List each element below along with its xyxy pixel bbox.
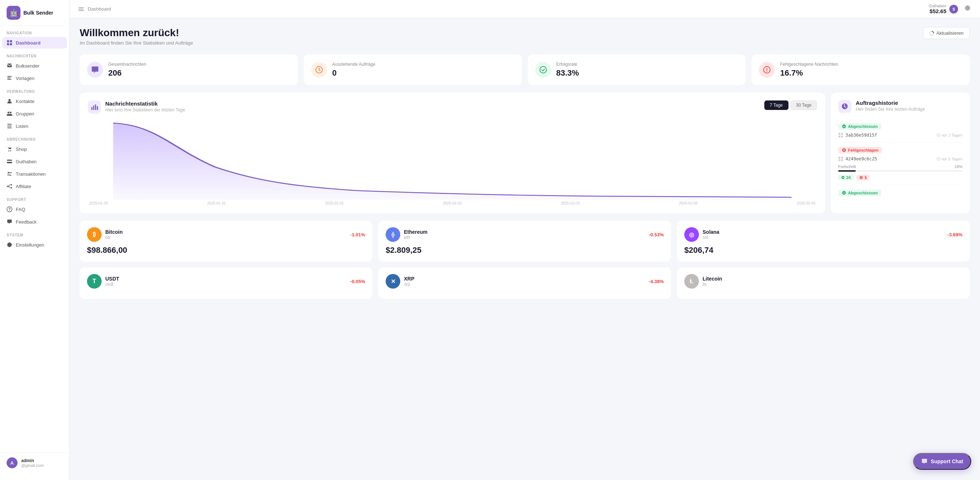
stat-info-messages: Gesamtnachrichten 206 [108,62,146,78]
sidebar-item-shop[interactable]: Shop [2,143,67,155]
order-progress-bar-1 [838,170,963,172]
sidebar: 🤖 Bulk Sender NAVIGATION Dashboard NACHR… [0,0,70,480]
chart-tab-7[interactable]: 7 Tage [764,100,789,110]
svg-point-18 [11,184,12,185]
order-count-fail: 5 [856,174,870,181]
btc-icon: ₿ [87,227,102,242]
stat-value-messages: 206 [108,68,146,78]
sol-change: -3.69% [947,232,963,238]
success-check-icon-2 [842,191,846,195]
svg-rect-3 [10,43,12,45]
stat-label-messages: Gesamtnachrichten [108,62,146,67]
orders-card: Auftragshistorie Hier finden Sie Ihre le… [831,92,970,213]
sidebar-item-listen[interactable]: Listen [2,120,67,132]
stat-info-success: Erfolgsrate 83.3% [556,62,579,78]
crypto-card-xrp: ✕ XRP xrp -4.38% [378,268,671,299]
chart-tab-30[interactable]: 30 Tage [791,100,817,110]
failed-icon: ! [763,66,771,74]
sidebar-item-faq[interactable]: ? FAQ [2,203,67,215]
order-progress-fill-1 [838,170,856,172]
success-check-icon [842,124,846,128]
svg-point-13 [8,150,10,152]
order-item-0: Abgeschlossen 3ab36e59d15f vor 2 Tagen [838,119,963,143]
sidebar-item-gruppen[interactable]: Gruppen [2,108,67,119]
svg-rect-32 [97,106,98,110]
verwaltung-section-label: VERWALTUNG [6,89,62,93]
sidebar-item-bulksender[interactable]: Bulksender [2,60,67,71]
balance-label: Guthaben [929,4,947,8]
time-icon-0 [937,133,940,137]
feedback-label: Feedback [16,219,37,225]
nachrichten-section-label: NACHRICHTEN [6,54,62,58]
settings-icon[interactable] [964,5,971,14]
feedback-icon [6,219,13,225]
svg-rect-30 [93,106,94,110]
order-item-2: Abgeschlossen [838,185,963,203]
support-section: SUPPORT [0,193,69,203]
stat-info-pending: Ausstehende Aufträge 0 [332,62,375,78]
crypto-grid-2: T USDT usdt -0.05% ✕ XRP xrp -4.38% [80,268,970,299]
failed-x-icon [842,148,846,152]
kontakte-label: Kontakte [16,99,34,104]
sidebar-item-affiliate[interactable]: Affiliate [2,181,67,192]
gruppen-label: Gruppen [16,111,34,117]
sidebar-item-guthaben[interactable]: Guthaben [2,155,67,167]
abrechnung-section-label: ABRECHNUNG [6,137,62,141]
welcome-title: Willkommen zurück! [80,27,193,39]
order-progress-label-1: Fortschritt 14% [838,165,963,169]
user-avatar: A [6,457,18,468]
svg-point-8 [8,112,10,114]
svg-rect-23 [79,9,84,10]
support-chat-button[interactable]: Support Chat [913,453,971,470]
breadcrumb: Dashboard [88,6,111,12]
bulksender-label: Bulksender [16,63,40,69]
stat-card-messages: Gesamtnachrichten 206 [80,54,298,85]
svg-rect-36 [838,136,840,137]
main: Dashboard Guthaben $52.65 $ Willkommen z… [70,0,980,480]
svg-point-26 [540,67,546,73]
svg-rect-31 [95,105,96,110]
svg-rect-35 [841,133,843,135]
eth-change: -0.53% [649,232,664,238]
pending-icon [315,66,323,74]
refresh-button[interactable]: Aktualisieren [923,27,970,39]
chart-svg [88,119,817,200]
system-section-label: SYSTEM [6,233,62,237]
sidebar-user: A admin @gmail.com [0,453,69,473]
svg-rect-6 [7,79,11,80]
order-counts-1: 24 5 [838,174,963,181]
svg-rect-4 [7,76,12,77]
orders-title-icon [838,100,851,113]
order-count-success: 24 [838,174,854,181]
order-badge-1: Fehlgeschlagen [838,147,882,154]
ltc-icon: Ł [684,274,699,288]
sidebar-item-kontakte[interactable]: Kontakte [2,95,67,107]
chart-card: Nachrichtenstatistik Hier sind Ihre Stat… [80,92,825,213]
eth-info: Ethereum eth [404,229,428,240]
sidebar-toggle-icon[interactable] [78,6,84,12]
crypto-header-btc: ₿ Bitcoin btc -1.01% [87,227,365,242]
order-hash-0: 3ab36e59d15f [838,133,877,138]
sidebar-item-transaktionen[interactable]: Transaktionen [2,168,67,180]
count-check-icon [841,176,845,179]
nachrichten-section: NACHRICHTEN [0,49,69,60]
order-status-0: Abgeschlossen [848,124,878,128]
sidebar-item-feedback[interactable]: Feedback [2,216,67,228]
crypto-card-usdt: T USDT usdt -0.05% [80,268,372,299]
svg-rect-34 [838,133,840,135]
sidebar-item-vorlagen[interactable]: Vorlagen [2,72,67,84]
btc-price: $98.866,00 [87,246,365,255]
xrp-info: XRP xrp [404,276,415,287]
crypto-card-sol: ◎ Solana sol -3.69% $206,74 [677,221,970,261]
orders-header: Auftragshistorie Hier finden Sie Ihre le… [838,100,963,113]
stat-card-failed: ! Fehlgeschlagene Nachrichten 16.7% [751,54,970,85]
shop-label: Shop [16,146,27,152]
sidebar-item-dashboard[interactable]: Dashboard [2,37,67,49]
app-name: Bulk Sender [23,10,53,16]
stat-label-success: Erfolgsrate [556,62,579,67]
sidebar-item-einstellungen[interactable]: Einstellungen [2,239,67,250]
stat-card-success: Erfolgsrate 83.3% [528,54,746,85]
crypto-card-ltc: Ł Litecoin ltc [677,268,970,299]
order-time-0: vor 2 Tagen [937,133,963,137]
success-icon-box [535,62,551,78]
